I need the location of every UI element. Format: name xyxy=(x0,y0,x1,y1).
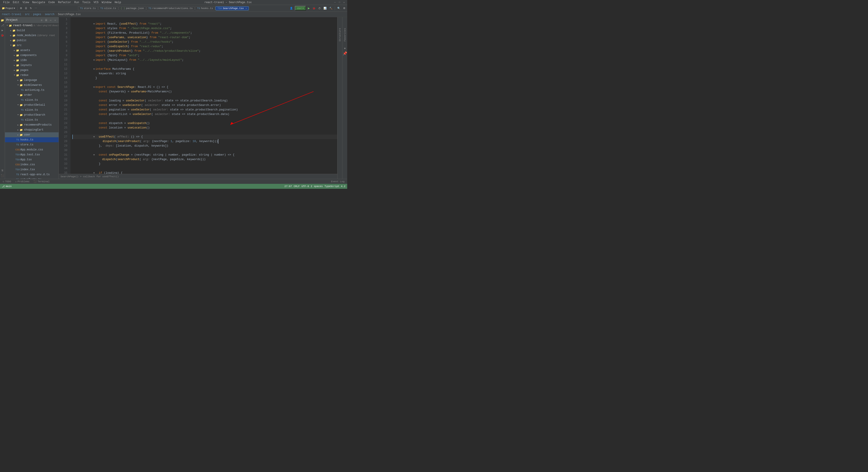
tree-setup-tests[interactable]: TS setupTests.ts xyxy=(5,177,59,179)
menu-refactor[interactable]: Refactor xyxy=(57,0,72,5)
list-icon[interactable]: ☰ xyxy=(24,6,28,11)
menu-edit[interactable]: Edit xyxy=(11,0,21,5)
tree-index-tsx[interactable]: TSX index.tsx xyxy=(5,167,59,172)
menu-code[interactable]: Code xyxy=(47,0,56,5)
event-log-tab[interactable]: Event Log xyxy=(329,179,346,184)
filetype-status[interactable]: TypeScript 4.2 xyxy=(324,185,345,188)
settings-gear-button[interactable]: ⚙ xyxy=(342,6,346,11)
tree-productsearch[interactable]: ▼ 📁 productSearch xyxy=(5,112,59,117)
search-everywhere-button[interactable]: 🔍 xyxy=(336,6,341,11)
menu-file[interactable]: File xyxy=(2,0,11,5)
encoding-status[interactable]: UTF-8 xyxy=(302,185,309,188)
panel-close-icon[interactable]: ✕ xyxy=(53,18,57,22)
terminal-icon[interactable]: ⬛ xyxy=(0,173,5,178)
recommend-actions-tab-small[interactable]: TS recommendProductsActions.ts xyxy=(147,6,195,10)
breadcrumb-file[interactable]: SearchPage.tsx xyxy=(58,13,81,16)
tree-order[interactable]: ▼ 📁 order xyxy=(5,93,59,98)
breadcrumb-pages[interactable]: pages xyxy=(33,13,41,16)
tab-close-icon[interactable]: ✕ xyxy=(246,7,247,10)
menu-window[interactable]: Window xyxy=(100,0,113,5)
tree-middlewares[interactable]: ▼ 📁 middlewares xyxy=(5,83,59,88)
hooks-ts-tab-small[interactable]: TS hooks.ts xyxy=(195,6,215,10)
run-button[interactable]: ▶ xyxy=(307,6,311,11)
tree-actionlog[interactable]: TS actionLog.ts xyxy=(5,88,59,93)
terminal-tab[interactable]: ⬛ Terminal xyxy=(32,179,51,184)
more-icon[interactable]: ⋯ xyxy=(34,6,38,11)
tree-pd-slice[interactable]: TS slice.ts xyxy=(5,107,59,112)
tree-assets[interactable]: ▶ 📁 assets xyxy=(5,48,59,53)
vcs-status[interactable]: ⎇ main xyxy=(2,185,11,188)
menu-run[interactable]: Run xyxy=(73,0,81,5)
fold-11[interactable]: ▼ xyxy=(93,67,95,72)
menu-help[interactable]: Help xyxy=(113,0,123,5)
tree-components[interactable]: ▶ 📁 components xyxy=(5,53,59,58)
tree-root[interactable]: ▼ 📁 react-travel D:\dev\pkg\h5\React\rea… xyxy=(5,23,59,28)
minimize-button[interactable]: — xyxy=(334,1,336,4)
run-config-btn[interactable]: start ▾ xyxy=(295,6,306,11)
tree-user[interactable]: ▶ 📁 user xyxy=(5,132,59,137)
tree-app-test[interactable]: TSX App.test.tsx xyxy=(5,152,59,157)
tree-productdetail[interactable]: ▼ 📁 productDetail xyxy=(5,103,59,107)
fold-34[interactable]: ▼ xyxy=(93,171,95,174)
tree-build[interactable]: ▶ 📁 build xyxy=(5,28,59,33)
tree-public[interactable]: ▶ 📁 public xyxy=(5,38,59,43)
menu-vcs[interactable]: VCS xyxy=(92,0,100,5)
fold-30[interactable]: ▼ xyxy=(93,153,95,158)
line-ending-status[interactable]: CRLF xyxy=(293,185,300,188)
problems-tab[interactable]: ⚠ Problems xyxy=(13,179,31,184)
bookmark-icon[interactable]: ★ xyxy=(344,46,346,50)
indent-status[interactable]: 2 spaces xyxy=(311,185,323,188)
build-button[interactable]: 🔨 xyxy=(329,6,333,11)
position-status[interactable]: 27:67 xyxy=(284,185,292,188)
tree-pages[interactable]: ▶ 📁 pages xyxy=(5,68,59,73)
menu-navigate[interactable]: Navigate xyxy=(31,0,46,5)
favorites-label[interactable]: Favorites xyxy=(343,26,347,43)
panel-settings-icon[interactable]: ⚙ xyxy=(39,18,43,22)
fold-9[interactable]: ▼ xyxy=(93,58,95,63)
fold-15[interactable]: ▼ xyxy=(93,85,95,90)
tree-node-modules[interactable]: ▶ 📁 node_modules library root xyxy=(5,33,59,38)
breadcrumb-src[interactable]: src xyxy=(25,13,30,16)
maximize-button[interactable]: □ xyxy=(338,1,341,4)
debug-panel-icon[interactable]: 🐞 xyxy=(0,33,5,37)
close-button[interactable]: ✕ xyxy=(343,1,345,4)
fold-26[interactable]: ▼ xyxy=(93,135,95,139)
tree-ps-slice[interactable]: TS slice.ts xyxy=(5,117,59,123)
breadcrumb-react-travel[interactable]: react-travel xyxy=(2,13,21,16)
tree-app-tsx[interactable]: TSX App.tsx xyxy=(5,157,59,162)
code-content-area[interactable]: ▼import React, {useEffect} from "react";… xyxy=(70,17,337,174)
tree-react-app-env[interactable]: TS react-app-env.d.ts xyxy=(5,172,59,177)
menu-tools[interactable]: Tools xyxy=(81,0,92,5)
slice-ts-tab-small[interactable]: TS slice.ts xyxy=(98,6,118,10)
run-panel-icon[interactable]: ▶ xyxy=(0,28,5,33)
tree-index-css[interactable]: CSS index.css xyxy=(5,162,59,167)
tree-order-slice[interactable]: TS slice.ts xyxy=(5,98,59,103)
tree-store-ts[interactable]: TS store.ts xyxy=(5,142,59,147)
tree-app-css[interactable]: CSS App.module.css xyxy=(5,147,59,152)
tree-i18n[interactable]: ▶ 📁 i18n xyxy=(5,58,59,63)
tree-layouts[interactable]: ▶ 📁 layouts xyxy=(5,63,59,68)
profile-button[interactable]: 📊 xyxy=(322,6,328,11)
structure-label[interactable]: Structure xyxy=(338,26,342,43)
tree-hooks-ts[interactable]: TS hooks.ts xyxy=(5,137,59,142)
breadcrumb-search[interactable]: search xyxy=(45,13,55,16)
tree-redux[interactable]: ▼ 📁 redux xyxy=(5,73,59,78)
tree-language[interactable]: ▶ 📁 language xyxy=(5,78,59,83)
menu-view[interactable]: View xyxy=(21,0,31,5)
tree-shoppingcart[interactable]: ▶ 📁 shoppingCart xyxy=(5,127,59,132)
panel-gear-icon[interactable]: ⋯ xyxy=(49,18,53,22)
user-icon[interactable]: 👤 xyxy=(289,6,294,11)
pin-icon[interactable]: 📌 xyxy=(343,51,347,56)
tree-src[interactable]: ▼ 📁 src xyxy=(5,43,59,48)
project-panel-icon[interactable]: 📁 xyxy=(0,18,5,23)
refresh-icon[interactable]: ↻ xyxy=(29,6,33,11)
searchpage-tsx-tab-small[interactable]: TSX SearchPage.tsx ✕ xyxy=(215,6,249,10)
settings-icon[interactable]: ⚙ xyxy=(19,6,23,11)
tree-recommend[interactable]: ▶ 📁 recommendProducts xyxy=(5,123,59,127)
project-dropdown[interactable]: 📁 Project ▾ xyxy=(1,6,16,11)
commit-icon[interactable]: ⎇ xyxy=(0,23,5,28)
coverage-button[interactable]: ⏱ xyxy=(317,6,322,11)
store-ts-tab-small[interactable]: TS store.ts xyxy=(78,6,98,10)
npm-icon[interactable]: N xyxy=(0,168,5,173)
panel-list-icon[interactable]: ☰ xyxy=(44,18,48,22)
